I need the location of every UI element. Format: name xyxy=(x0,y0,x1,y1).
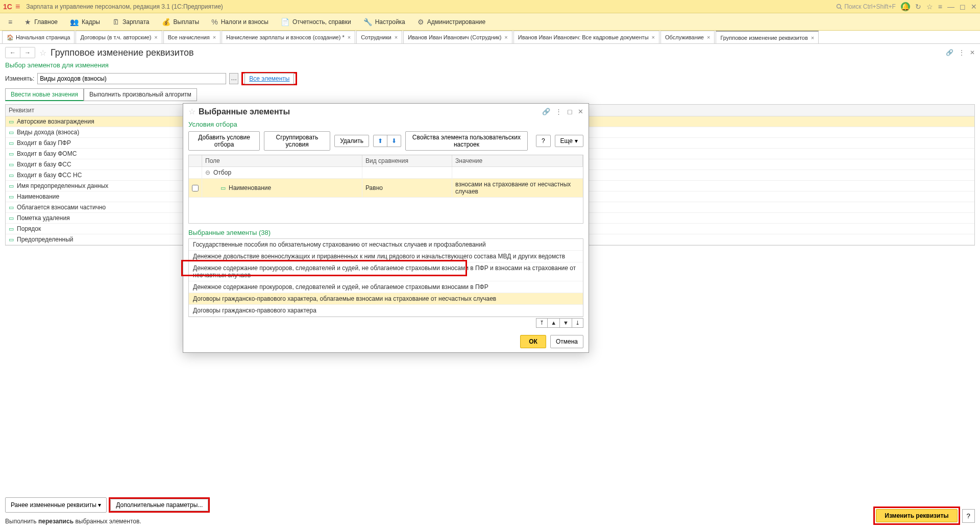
selected-list: Государственные пособия по обязательному… xyxy=(188,238,583,247)
filter-condition-row[interactable]: ▭Наименование Равно взносами на страхова… xyxy=(189,179,583,198)
star-icon[interactable]: ☆ xyxy=(926,3,933,11)
tab-nachisleniya[interactable]: Все начисления× xyxy=(163,31,221,43)
close-icon[interactable]: ✕ xyxy=(971,3,977,11)
page-title: Групповое изменение реквизитов xyxy=(51,47,942,58)
row-icon: ▭ xyxy=(9,151,14,157)
nav-main-menu[interactable]: ≡ xyxy=(2,13,18,30)
nav-kadry[interactable]: 👥Кадры xyxy=(64,13,106,30)
filter-col-cmp: Вид сравнения xyxy=(362,155,452,166)
settings-icon[interactable]: ≡ xyxy=(938,3,942,11)
nav-arrows: ← → xyxy=(5,47,35,58)
hamburger-icon[interactable]: ≡ xyxy=(15,2,20,11)
favorite-icon[interactable]: ☆ xyxy=(39,48,46,58)
row-icon: ▭ xyxy=(9,215,14,222)
svg-line-1 xyxy=(840,8,842,9)
row-icon: ▭ xyxy=(220,185,226,191)
dots-button[interactable]: … xyxy=(229,73,238,84)
row-icon: ▭ xyxy=(9,194,14,200)
nav-admin[interactable]: ⚙Администрирование xyxy=(411,13,492,30)
help-button[interactable]: ? xyxy=(536,135,551,147)
tab-close-icon[interactable]: × xyxy=(348,34,351,40)
dialog-close-icon[interactable]: ✕ xyxy=(578,108,583,115)
row-icon: ▭ xyxy=(9,161,14,168)
page-header: ← → ☆ Групповое изменение реквизитов 🔗 ⋮… xyxy=(0,44,980,60)
group-conditions-button[interactable]: Сгруппировать условия xyxy=(264,131,330,151)
section-selection: Выбор элементов для изменения xyxy=(0,60,980,71)
row-icon: ▭ xyxy=(9,140,14,147)
kebab-icon[interactable]: ⋮ xyxy=(959,49,965,56)
filter-col-field: Поле xyxy=(202,155,362,166)
properties-button[interactable]: Свойства элемента пользовательских настр… xyxy=(405,131,528,151)
filter-toolbar: Добавить условие отбора Сгруппировать ус… xyxy=(183,129,589,153)
tab-sotrudniki[interactable]: Сотрудники× xyxy=(356,31,402,43)
nav-main[interactable]: ★Главное xyxy=(18,13,64,30)
tab-nachislenie-zp[interactable]: Начисление зарплаты и взносов (создание)… xyxy=(222,31,355,43)
dialog-maximize-icon[interactable]: ◻ xyxy=(567,108,573,115)
nav-zarplata[interactable]: 🗓Зарплата xyxy=(106,13,156,30)
page-close-icon[interactable]: ✕ xyxy=(970,49,975,56)
minimize-icon[interactable]: — xyxy=(947,3,954,11)
move-up-icon[interactable]: ⬆ xyxy=(374,135,387,147)
dialog-link-icon[interactable]: 🔗 xyxy=(542,108,550,115)
tab-dogovory[interactable]: Договоры (в т.ч. авторские)× xyxy=(76,31,162,43)
tab-ivanov[interactable]: Иванов Иван Иванович (Сотрудник)× xyxy=(403,31,512,43)
filter-grid: Поле Вид сравнения Значение ⊖Отбор ▭Наим… xyxy=(188,155,583,224)
tab-home[interactable]: 🏠Начальная страница xyxy=(2,31,75,43)
filter-root-row[interactable]: ⊖Отбор xyxy=(189,167,583,179)
selected-elements-dialog: ☆ Выбранные элементы 🔗 ⋮ ◻ ✕ Условия отб… xyxy=(183,103,589,247)
title-icons: 🔔 ↻ ☆ ≡ — ◻ ✕ xyxy=(901,2,977,11)
filter-checkbox[interactable] xyxy=(192,185,199,191)
filter-head: Поле Вид сравнения Значение xyxy=(189,155,583,167)
row-icon: ▭ xyxy=(9,183,14,189)
delete-condition-button[interactable]: Удалить xyxy=(334,135,369,147)
dialog-header: ☆ Выбранные элементы 🔗 ⋮ ◻ ✕ xyxy=(183,104,589,119)
page-head-icons: 🔗 ⋮ ✕ xyxy=(946,49,975,56)
tab-close-icon[interactable]: × xyxy=(154,34,157,40)
app-logo: 1C xyxy=(3,3,12,11)
tab-close-icon[interactable]: × xyxy=(652,34,655,40)
tab-service[interactable]: Обслуживание× xyxy=(660,31,715,43)
tab-close-icon[interactable]: × xyxy=(504,34,507,40)
filter-section-title: Условия отбора xyxy=(183,119,589,129)
add-condition-button[interactable]: Добавить условие отбора xyxy=(188,131,260,151)
row-icon: ▭ xyxy=(9,118,14,125)
move-down-icon[interactable]: ⬇ xyxy=(387,135,401,147)
history-icon[interactable]: ↻ xyxy=(915,3,921,11)
tabs-bar: 🏠Начальная страница Договоры (в т.ч. авт… xyxy=(0,31,980,44)
title-bar: 1C ≡ Зарплата и управление персоналом, р… xyxy=(0,0,980,13)
toggle-algorithm[interactable]: Выполнить произвольный алгоритм xyxy=(84,88,197,101)
selected-section-title: Выбранные элементы (38) xyxy=(183,226,589,237)
more-button[interactable]: Еще▾ xyxy=(555,135,583,147)
nav-vyplaty[interactable]: 💰Выплаты xyxy=(156,13,206,30)
highlight-all-elements: Все элементы xyxy=(241,72,297,85)
dialog-star-icon[interactable]: ☆ xyxy=(188,107,195,116)
nav-nastroika[interactable]: 🔧Настройка xyxy=(357,13,411,30)
row-icon: ▭ xyxy=(9,129,14,136)
nav-otchet[interactable]: 📄Отчетность, справки xyxy=(275,13,357,30)
back-button[interactable]: ← xyxy=(6,47,20,58)
forward-button[interactable]: → xyxy=(20,47,35,58)
tab-close-icon[interactable]: × xyxy=(811,35,814,41)
tab-close-icon[interactable]: × xyxy=(395,34,398,40)
tab-close-icon[interactable]: × xyxy=(707,34,710,40)
toggle-tabs: Ввести новые значения Выполнить произвол… xyxy=(0,86,980,103)
all-elements-button[interactable]: Все элементы xyxy=(244,73,294,84)
tab-ivanov-docs[interactable]: Иванов Иван Иванович: Все кадровые докум… xyxy=(513,31,659,43)
maximize-icon[interactable]: ◻ xyxy=(960,3,966,11)
app-title: Зарплата и управление персоналом, редакц… xyxy=(26,3,836,10)
nav-nalogi[interactable]: %Налоги и взносы xyxy=(205,13,275,30)
global-search[interactable]: Поиск Ctrl+Shift+F xyxy=(836,3,896,10)
change-input[interactable] xyxy=(37,73,226,84)
link-icon[interactable]: 🔗 xyxy=(946,49,953,56)
tab-group-change[interactable]: Групповое изменение реквизитов× xyxy=(716,31,819,43)
selected-item[interactable]: Государственные пособия по обязательному… xyxy=(189,239,583,247)
filter-col-val: Значение xyxy=(452,155,583,166)
change-label: Изменять: xyxy=(5,75,34,82)
bell-icon[interactable]: 🔔 xyxy=(901,2,910,11)
row-icon: ▭ xyxy=(9,236,14,243)
tab-close-icon[interactable]: × xyxy=(213,34,216,40)
row-icon: ▭ xyxy=(9,172,14,179)
collapse-icon[interactable]: ⊖ xyxy=(205,169,210,176)
toggle-new-values[interactable]: Ввести новые значения xyxy=(5,88,84,101)
dialog-kebab-icon[interactable]: ⋮ xyxy=(555,108,562,115)
